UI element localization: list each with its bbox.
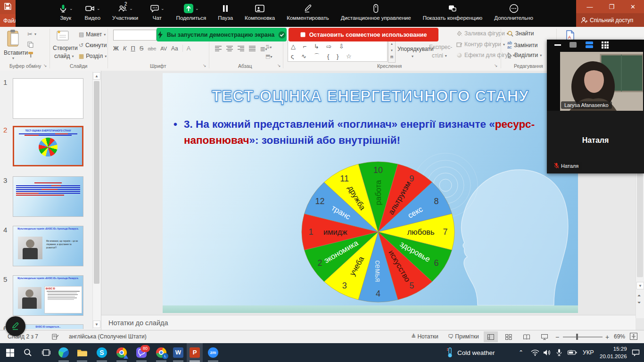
font-name-input[interactable] xyxy=(113,30,157,41)
minimize-icon[interactable]: — xyxy=(586,3,593,10)
weather-widget[interactable]: Cold weather xyxy=(446,343,495,362)
quick-styles-label-1[interactable]: Експрес- xyxy=(429,44,452,50)
panel-minimize-button[interactable] xyxy=(554,44,561,46)
copy-button[interactable] xyxy=(27,41,33,48)
paste-button-label[interactable]: Вставити xyxy=(4,49,28,56)
reading-view-button[interactable] xyxy=(520,331,534,342)
replace-button[interactable]: abacЗамінити xyxy=(507,41,537,49)
battery-icon[interactable] xyxy=(568,343,577,362)
slide-thumbnail-4[interactable]: Мультимодальна терапія «BASIC-ID» Арноль… xyxy=(13,226,83,266)
zoom-tool-remote-control[interactable]: Дистанционное управление xyxy=(341,2,411,21)
paste-button[interactable] xyxy=(6,29,22,48)
slide-thumbnail-3[interactable] xyxy=(13,176,83,217)
clear-formatting-button[interactable]: abc xyxy=(148,46,156,51)
chevron-down-icon[interactable]: ⌄ xyxy=(129,6,133,11)
paragraph-dialog-launcher[interactable]: ↘ xyxy=(277,63,281,68)
align-left-icon[interactable] xyxy=(215,46,222,51)
skype-icon[interactable]: S xyxy=(95,346,108,359)
life-balance-wheel-chart[interactable]: работа10альтруизм9секс8любовь7здоровье6и… xyxy=(297,157,460,306)
chevron-down-icon[interactable]: ⌄ xyxy=(69,6,73,11)
chevron-down-icon[interactable]: ⌄ xyxy=(161,6,165,11)
format-painter-button[interactable] xyxy=(27,51,34,58)
scroll-down-button[interactable]: ▼ xyxy=(636,282,644,289)
tab-file[interactable]: Файл xyxy=(0,14,16,27)
wifi-icon[interactable] xyxy=(531,343,539,362)
section-button[interactable]: ▦Розділ▾ xyxy=(79,53,107,59)
chevron-down-icon[interactable]: ⌄ xyxy=(97,6,100,11)
align-right-icon[interactable] xyxy=(238,46,244,51)
slide-thumbnail-5[interactable]: Мультимодальна терапія «BASIC-ID» Арноль… xyxy=(13,275,83,316)
share-access-button[interactable]: Спільний доступ xyxy=(576,13,644,27)
text-direction-button[interactable]: ⇅▾ xyxy=(265,44,272,50)
shape-outline-button[interactable]: Контур фігури▾ xyxy=(456,41,505,48)
start-button[interactable] xyxy=(3,346,17,359)
font-color-button[interactable]: A xyxy=(182,45,191,52)
zoom-tool-annotate[interactable]: Комментировать xyxy=(287,2,329,21)
powerpoint-icon[interactable]: P xyxy=(188,346,201,359)
scroll-up-button[interactable]: ▲ xyxy=(93,72,100,80)
zoom-tool-chat[interactable]: ⌄ Чат xyxy=(150,2,165,21)
font-dialog-launcher[interactable]: ↘ xyxy=(203,63,206,68)
select-button[interactable]: Виділити▾ xyxy=(507,52,542,58)
clipboard-dialog-launcher[interactable]: ↘ xyxy=(43,63,47,68)
align-center-icon[interactable] xyxy=(226,46,233,51)
slide-thumbnail-1[interactable] xyxy=(13,78,83,119)
tray-chevron-up-icon[interactable]: ⌃ xyxy=(519,343,523,362)
shapes-row-2[interactable]: ς ∿ ⌒ { } ☆ xyxy=(291,51,384,61)
cut-button[interactable]: ✂▾ xyxy=(27,31,36,38)
screen-share-status-banner[interactable]: Вы запустили демонстрацию экрана xyxy=(157,28,287,41)
viber-icon[interactable]: 80 xyxy=(135,346,148,359)
zoom-tool-audio[interactable]: ⌄ Звук xyxy=(58,2,73,21)
zoom-level[interactable]: 69% xyxy=(614,333,625,340)
clock[interactable]: 15:29 20.01.2026 xyxy=(600,343,627,362)
reset-button[interactable]: ↺Скинути xyxy=(79,42,107,49)
normal-view-button[interactable] xyxy=(484,331,498,342)
character-spacing-button[interactable]: AV xyxy=(160,46,167,51)
bold-button[interactable]: Ж xyxy=(113,45,119,52)
restore-icon[interactable]: ❐ xyxy=(609,3,614,10)
panel-view-speaker-button-active[interactable] xyxy=(586,41,593,48)
chrome-icon[interactable] xyxy=(115,346,128,359)
strikethrough-button[interactable]: S xyxy=(140,45,144,52)
new-slide-button[interactable] xyxy=(55,30,70,43)
slideshow-view-button[interactable] xyxy=(537,331,552,342)
zoom-tool-layout[interactable]: Компоновка xyxy=(245,2,275,21)
notes-pane[interactable]: Нотатки до слайда xyxy=(101,315,636,330)
shapes-gallery[interactable]: △ ⌐ ↳ ⇨ ⇩ ς ∿ ⌒ { } ☆ xyxy=(288,40,388,62)
speaker-icon[interactable] xyxy=(543,343,552,362)
task-view-button[interactable] xyxy=(40,346,53,359)
convert-smartart-button[interactable]: ⬒▾ xyxy=(265,53,272,59)
close-icon[interactable]: ✕ xyxy=(630,3,636,10)
scrollbar-thumb[interactable] xyxy=(94,81,99,284)
spellcheck-icon[interactable] xyxy=(52,333,59,340)
shapes-gallery-scroll[interactable]: ▴▾▤ xyxy=(388,40,396,63)
notes-toggle-button[interactable]: ≜ Нотатки xyxy=(411,333,438,340)
italic-button[interactable]: К xyxy=(123,45,127,52)
zoom-annotation-button[interactable] xyxy=(6,316,25,336)
save-icon[interactable] xyxy=(4,2,12,10)
zoom-app-icon[interactable]: zm xyxy=(206,346,220,359)
slide-sorter-view-button[interactable] xyxy=(502,331,516,342)
zoom-tool-pause[interactable]: Пауза xyxy=(218,2,233,21)
quick-styles-label-2[interactable]: стілі▾ xyxy=(432,52,447,59)
zoom-tool-more[interactable]: Дополнительно xyxy=(494,2,533,21)
comments-toggle-button[interactable]: 🗨 Примітки xyxy=(448,333,479,340)
zoom-out-button[interactable]: − xyxy=(555,333,559,341)
search-icon[interactable] xyxy=(21,346,34,359)
panel-view-gallery-button[interactable] xyxy=(602,41,609,49)
chevron-down-icon[interactable]: ⌄ xyxy=(195,6,199,11)
stop-share-button[interactable]: Остановить совместное использование xyxy=(289,28,438,41)
arrange-dropdown[interactable]: ▾ xyxy=(412,54,413,58)
arrange-button[interactable]: Упорядкувати xyxy=(397,46,434,52)
edge-icon[interactable] xyxy=(57,346,70,359)
keyboard-language-button[interactable]: УКР xyxy=(583,343,594,362)
underline-button[interactable]: П xyxy=(131,45,135,52)
fit-to-window-button[interactable] xyxy=(630,333,637,340)
language-indicator[interactable]: англійська (Сполучені Штати) xyxy=(69,333,147,340)
file-explorer-icon[interactable] xyxy=(75,346,89,359)
tray-microphone-icon[interactable] xyxy=(556,343,562,362)
shapes-row-1[interactable]: △ ⌐ ↳ ⇨ ⇩ xyxy=(291,41,384,51)
shape-effects-button[interactable]: Ефекти для фігур▾ xyxy=(456,52,515,58)
chrome-profile-icon[interactable]: L xyxy=(155,346,168,359)
paste-dropdown[interactable]: ▾ xyxy=(12,56,14,60)
